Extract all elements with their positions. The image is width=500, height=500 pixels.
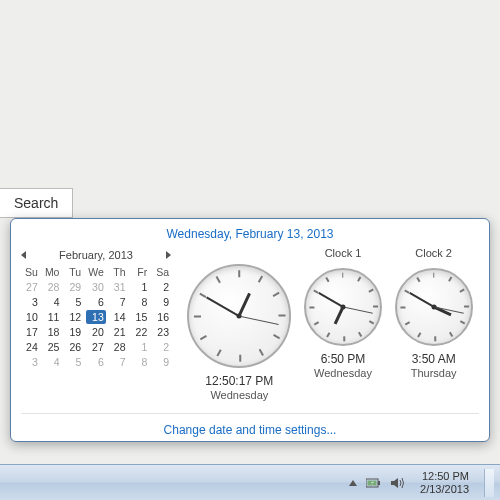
calendar-day[interactable]: 29 (64, 280, 83, 294)
calendar-day[interactable]: 1 (131, 280, 150, 294)
calendar-day[interactable]: 25 (43, 340, 62, 354)
clock-column: Clock 23:50 AMThursday (395, 247, 473, 407)
clock-label: Clock 2 (415, 247, 452, 261)
taskbar-time: 12:50 PM (420, 470, 469, 483)
calendar-day[interactable]: 28 (43, 280, 62, 294)
calendar-dow: We (86, 265, 106, 279)
taskbar: 12:50 PM 2/13/2013 (0, 464, 500, 500)
calendar-day[interactable]: 2 (152, 280, 171, 294)
clocks-row: 12:50:17 PMWednesdayClock 16:50 PMWednes… (181, 247, 479, 407)
calendar-day[interactable]: 4 (43, 295, 62, 309)
calendar-day[interactable]: 16 (152, 310, 171, 324)
search-tab[interactable]: Search (0, 188, 73, 218)
clock-time: 12:50:17 PM (205, 374, 273, 388)
clock-day: Thursday (411, 367, 457, 379)
search-tab-label: Search (14, 195, 58, 211)
calendar-day[interactable]: 9 (152, 295, 171, 309)
calendar-day[interactable]: 23 (152, 325, 171, 339)
calendar-day[interactable]: 22 (131, 325, 150, 339)
calendar-day[interactable]: 12 (64, 310, 83, 324)
calendar-day[interactable]: 28 (109, 340, 128, 354)
calendar-day[interactable]: 3 (21, 295, 40, 309)
calendar-day[interactable]: 13 (86, 310, 106, 324)
calendar-day[interactable]: 3 (21, 355, 40, 369)
clock-label: Clock 1 (325, 247, 362, 261)
calendar-day[interactable]: 10 (21, 310, 40, 324)
calendar-day[interactable]: 21 (109, 325, 128, 339)
taskbar-clock[interactable]: 12:50 PM 2/13/2013 (420, 470, 469, 496)
popup-date-title: Wednesday, February 13, 2013 (21, 227, 479, 241)
calendar-day[interactable]: 30 (86, 280, 106, 294)
calendar-day[interactable]: 4 (43, 355, 62, 369)
calendar-day[interactable]: 7 (109, 355, 128, 369)
calendar-day[interactable]: 24 (21, 340, 40, 354)
clock-face (304, 268, 382, 346)
clock-face (187, 264, 291, 368)
calendar-prev-icon[interactable] (21, 251, 26, 259)
calendar-dow: Sa (152, 265, 171, 279)
change-date-time-link[interactable]: Change date and time settings... (164, 423, 337, 437)
calendar-grid: SuMoTuWeThFrSa27282930311234567891011121… (21, 265, 171, 369)
clock-column: Clock 16:50 PMWednesday (304, 247, 382, 407)
calendar-dow: Fr (131, 265, 150, 279)
calendar-day[interactable]: 14 (109, 310, 128, 324)
calendar-day[interactable]: 5 (64, 295, 83, 309)
clock-day: Wednesday (314, 367, 372, 379)
clock-column: 12:50:17 PMWednesday (187, 247, 291, 407)
battery-icon[interactable] (366, 478, 382, 488)
calendar-dow: Th (109, 265, 128, 279)
calendar-day[interactable]: 7 (109, 295, 128, 309)
calendar-day[interactable]: 6 (86, 295, 106, 309)
clock-time: 3:50 AM (412, 352, 456, 366)
calendar-day[interactable]: 2 (152, 340, 171, 354)
calendar-month-label[interactable]: February, 2013 (59, 249, 133, 261)
volume-icon[interactable] (391, 477, 405, 489)
calendar-day[interactable]: 11 (43, 310, 62, 324)
calendar-day[interactable]: 31 (109, 280, 128, 294)
calendar-day[interactable]: 18 (43, 325, 62, 339)
calendar-day[interactable]: 1 (131, 340, 150, 354)
calendar-day[interactable]: 8 (131, 295, 150, 309)
calendar-day[interactable]: 6 (86, 355, 106, 369)
calendar-dow: Su (21, 265, 40, 279)
svg-rect-1 (378, 481, 380, 485)
calendar-day[interactable]: 19 (64, 325, 83, 339)
show-desktop-button[interactable] (484, 469, 494, 497)
system-tray: 12:50 PM 2/13/2013 (349, 469, 494, 497)
taskbar-date: 2/13/2013 (420, 483, 469, 496)
datetime-popup: Wednesday, February 13, 2013 February, 2… (10, 218, 490, 442)
calendar-day[interactable]: 20 (86, 325, 106, 339)
calendar-dow: Tu (64, 265, 83, 279)
calendar: February, 2013 SuMoTuWeThFrSa27282930311… (21, 247, 171, 407)
calendar-day[interactable]: 26 (64, 340, 83, 354)
calendar-next-icon[interactable] (166, 251, 171, 259)
clock-time: 6:50 PM (321, 352, 366, 366)
calendar-day[interactable]: 5 (64, 355, 83, 369)
calendar-day[interactable]: 15 (131, 310, 150, 324)
calendar-day[interactable]: 8 (131, 355, 150, 369)
calendar-day[interactable]: 9 (152, 355, 171, 369)
calendar-day[interactable]: 27 (86, 340, 106, 354)
calendar-day[interactable]: 27 (21, 280, 40, 294)
tray-overflow-icon[interactable] (349, 480, 357, 486)
calendar-dow: Mo (43, 265, 62, 279)
clock-day: Wednesday (210, 389, 268, 401)
calendar-day[interactable]: 17 (21, 325, 40, 339)
clock-face (395, 268, 473, 346)
